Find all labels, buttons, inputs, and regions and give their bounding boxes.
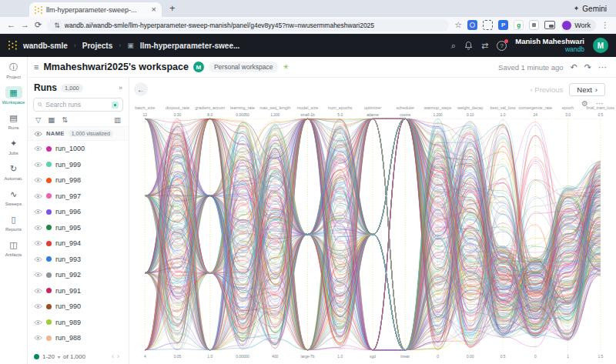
breadcrumb-projects[interactable]: Projects xyxy=(82,42,112,50)
regex-toggle-icon[interactable] xyxy=(112,102,119,109)
run-list-item[interactable]: run_995 xyxy=(28,220,129,236)
run-list-item[interactable]: run_991 xyxy=(28,283,129,299)
run-list-item[interactable]: run_1000 xyxy=(28,141,129,157)
run-list-item[interactable]: run_992 xyxy=(28,267,129,283)
run-visibility-eye-icon[interactable] xyxy=(34,303,42,309)
panel-toggle-icon[interactable]: ≡ xyxy=(34,62,38,72)
redo-icon[interactable]: ↷ xyxy=(584,63,591,72)
axis-label[interactable]: gradient_accum xyxy=(195,105,225,110)
browser-menu-icon[interactable]: ⋮ xyxy=(601,21,609,29)
name-column-header[interactable]: NAME xyxy=(46,130,65,137)
sidebar-item-runs[interactable]: ▤ Runs xyxy=(1,112,27,130)
extension-icon-blue[interactable] xyxy=(467,20,477,30)
axis-label[interactable]: model_size xyxy=(297,105,319,110)
filter-icon[interactable]: ▽ xyxy=(35,115,41,124)
axis-label[interactable]: dropout_rate xyxy=(166,105,189,110)
run-list-item[interactable]: run_989 xyxy=(28,315,129,331)
runs-search-input[interactable] xyxy=(45,101,109,109)
sidebar-item-workspace[interactable]: ▦ Workspace xyxy=(1,86,27,105)
search-icon[interactable]: ⌕ xyxy=(451,42,456,50)
sync-icon[interactable]: ⇄ xyxy=(481,42,488,50)
axis-label[interactable]: best_val_loss xyxy=(490,105,515,110)
run-list-item[interactable]: run_994 xyxy=(28,235,129,252)
page-range-caret-icon[interactable]: ▾ xyxy=(58,354,60,359)
run-visibility-eye-icon[interactable] xyxy=(34,177,42,183)
extension-icon-p[interactable]: P xyxy=(498,20,508,30)
bell-icon[interactable] xyxy=(464,41,473,50)
wandb-logo-icon[interactable] xyxy=(8,41,17,50)
run-visibility-eye-icon[interactable] xyxy=(34,319,42,326)
axis-label[interactable]: weight_decay xyxy=(457,105,484,110)
run-visibility-eye-icon[interactable] xyxy=(34,256,42,262)
axis-label[interactable]: epoch xyxy=(562,105,574,110)
run-visibility-eye-icon[interactable] xyxy=(34,288,42,294)
run-list-item[interactable]: run_996 xyxy=(28,204,129,220)
undo-icon[interactable]: ↶ xyxy=(571,63,578,72)
axis-label[interactable]: warmup_steps xyxy=(424,105,452,110)
reload-icon[interactable]: ⟳ xyxy=(35,21,42,29)
breadcrumb-project[interactable]: llm-hyperparameter-swee... xyxy=(140,42,240,50)
visibility-icon[interactable] xyxy=(34,131,42,137)
run-visibility-eye-icon[interactable] xyxy=(34,209,42,215)
axis-label[interactable]: learning_rate xyxy=(230,105,255,110)
sparkle-icon[interactable]: ✳ xyxy=(283,63,289,71)
sidebar-item-artifacts[interactable]: ◫ Artifacts xyxy=(1,239,27,257)
url-bar[interactable]: ⇅ wandb.ai/wandb-smle/llm-hyperparameter… xyxy=(47,19,449,32)
gemini-button[interactable]: ✦ Gemini xyxy=(574,5,607,13)
run-list-item[interactable]: run_999 xyxy=(28,157,129,173)
extension-icon-green[interactable]: g xyxy=(514,20,524,30)
site-settings-icon[interactable]: ⇅ xyxy=(54,22,60,29)
panel-menu-icon[interactable]: ⋯ xyxy=(596,99,604,108)
axis-label[interactable]: convergence_rate xyxy=(518,105,552,110)
browser-tab[interactable]: llm-hyperparameter-sweep-... × xyxy=(29,2,162,17)
axis-label[interactable]: scheduler xyxy=(396,105,414,110)
expand-panel-icon[interactable]: » xyxy=(119,84,122,92)
next-panel-button[interactable]: Next › xyxy=(569,83,605,96)
sidebar-item-automat[interactable]: ↻ Automat. xyxy=(1,162,27,181)
page-prev-icon[interactable]: ‹ xyxy=(112,352,117,360)
sidebar-item-jobs[interactable]: ✦ Jobs xyxy=(1,137,27,155)
run-visibility-eye-icon[interactable] xyxy=(34,335,42,341)
bookmark-star-icon[interactable]: ☆ xyxy=(454,21,462,29)
axis-label[interactable]: max_seq_length xyxy=(259,105,290,110)
extension-icon-capture[interactable] xyxy=(483,20,493,30)
user-block[interactable]: Manish Maheshwari wandb xyxy=(515,38,584,54)
new-tab-button[interactable]: + xyxy=(169,0,176,17)
browser-profile-chip[interactable]: Work xyxy=(561,19,596,32)
run-list-item[interactable]: run_993 xyxy=(28,252,129,268)
axis-label[interactable]: optimizer xyxy=(364,105,381,110)
side-panel-icon[interactable] xyxy=(544,21,555,29)
page-range[interactable]: 1-20 xyxy=(42,353,55,360)
overflow-menu-icon[interactable]: ⋯ xyxy=(598,63,607,72)
run-list-item[interactable]: run_998 xyxy=(28,172,129,189)
back-nav-icon[interactable]: ← xyxy=(7,21,15,29)
personal-workspace-pill[interactable]: Personal workspace xyxy=(209,62,279,72)
run-list-item[interactable]: run_990 xyxy=(28,299,129,315)
axis-label[interactable]: batch_size xyxy=(135,105,155,110)
help-icon[interactable]: ? xyxy=(497,41,507,51)
run-visibility-eye-icon[interactable] xyxy=(34,193,42,199)
previous-panel-button[interactable]: ‹ Previous xyxy=(531,85,564,94)
run-list-item[interactable]: run_997 xyxy=(28,189,129,205)
user-avatar[interactable]: M xyxy=(593,38,608,53)
parallel-coordinates-chart[interactable]: batch_size124dropout_rate0.300.05gradien… xyxy=(131,102,614,362)
page-next-icon[interactable]: › xyxy=(117,352,122,360)
run-visibility-eye-icon[interactable] xyxy=(34,240,42,246)
run-visibility-eye-icon[interactable] xyxy=(34,145,42,152)
tab-close-icon[interactable]: × xyxy=(152,5,156,14)
forward-nav-icon[interactable]: → xyxy=(21,21,29,29)
columns-icon[interactable]: ▥ xyxy=(114,115,121,124)
run-visibility-eye-icon[interactable] xyxy=(34,272,42,278)
sidebar-item-sweeps[interactable]: ∿ Sweeps xyxy=(1,188,27,206)
panel-settings-gear-icon[interactable]: ⚙ xyxy=(581,99,588,108)
group-icon[interactable]: ▦ xyxy=(48,115,55,124)
run-visibility-eye-icon[interactable] xyxy=(34,225,42,231)
extensions-puzzle-icon[interactable] xyxy=(529,20,539,30)
sort-icon[interactable]: ⇅ xyxy=(62,115,68,124)
run-visibility-eye-icon[interactable] xyxy=(34,162,42,168)
run-list-item[interactable]: run_988 xyxy=(28,330,129,346)
sidebar-item-reports[interactable]: ▯ Reports xyxy=(1,213,27,232)
back-button[interactable]: ← xyxy=(134,82,148,96)
parallel-coordinates-panel[interactable]: batch_size124dropout_rate0.300.05gradien… xyxy=(131,102,614,362)
axis-label[interactable]: num_epochs xyxy=(328,105,352,110)
